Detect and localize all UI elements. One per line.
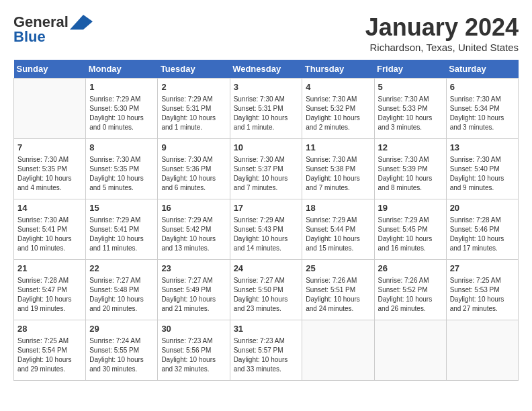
day-info: Sunrise: 7:26 AM Sunset: 5:51 PM Dayligh… bbox=[306, 276, 370, 314]
location: Richardson, Texas, United States bbox=[365, 42, 519, 53]
day-info: Sunrise: 7:29 AM Sunset: 5:43 PM Dayligh… bbox=[234, 216, 299, 253]
calendar-header-row: SundayMondayTuesdayWednesdayThursdayFrid… bbox=[14, 60, 519, 79]
calendar-cell: 21Sunrise: 7:28 AM Sunset: 5:47 PM Dayli… bbox=[14, 260, 86, 320]
weekday-header: Thursday bbox=[302, 60, 374, 79]
calendar-cell: 3Sunrise: 7:30 AM Sunset: 5:31 PM Daylig… bbox=[230, 79, 302, 139]
day-number: 12 bbox=[378, 142, 443, 154]
day-info: Sunrise: 7:30 AM Sunset: 5:41 PM Dayligh… bbox=[17, 216, 82, 253]
calendar-week-row: 14Sunrise: 7:30 AM Sunset: 5:41 PM Dayli… bbox=[14, 199, 519, 260]
calendar-body: 1Sunrise: 7:29 AM Sunset: 5:30 PM Daylig… bbox=[14, 79, 519, 381]
calendar-cell: 4Sunrise: 7:30 AM Sunset: 5:32 PM Daylig… bbox=[302, 79, 374, 139]
calendar-cell: 19Sunrise: 7:29 AM Sunset: 5:45 PM Dayli… bbox=[374, 199, 446, 260]
day-info: Sunrise: 7:29 AM Sunset: 5:45 PM Dayligh… bbox=[378, 216, 443, 253]
calendar-cell: 8Sunrise: 7:30 AM Sunset: 5:35 PM Daylig… bbox=[86, 139, 158, 199]
calendar-cell: 11Sunrise: 7:30 AM Sunset: 5:38 PM Dayli… bbox=[302, 139, 374, 199]
calendar-cell: 2Sunrise: 7:29 AM Sunset: 5:31 PM Daylig… bbox=[158, 79, 230, 139]
weekday-header: Saturday bbox=[446, 60, 518, 79]
day-number: 17 bbox=[234, 202, 299, 214]
logo-icon bbox=[70, 15, 93, 30]
logo: General Blue bbox=[13, 13, 93, 46]
logo-blue: Blue bbox=[13, 28, 46, 46]
calendar-cell: 15Sunrise: 7:29 AM Sunset: 5:41 PM Dayli… bbox=[86, 199, 158, 260]
day-number: 2 bbox=[161, 81, 226, 93]
calendar-cell: 26Sunrise: 7:26 AM Sunset: 5:52 PM Dayli… bbox=[374, 260, 446, 320]
weekday-header: Sunday bbox=[14, 60, 86, 79]
day-number: 6 bbox=[450, 81, 515, 93]
calendar-week-row: 21Sunrise: 7:28 AM Sunset: 5:47 PM Dayli… bbox=[14, 260, 519, 320]
calendar-week-row: 1Sunrise: 7:29 AM Sunset: 5:30 PM Daylig… bbox=[14, 79, 519, 139]
day-info: Sunrise: 7:25 AM Sunset: 5:53 PM Dayligh… bbox=[450, 276, 515, 314]
calendar-cell: 27Sunrise: 7:25 AM Sunset: 5:53 PM Dayli… bbox=[446, 260, 518, 320]
day-info: Sunrise: 7:30 AM Sunset: 5:38 PM Dayligh… bbox=[306, 155, 370, 193]
calendar-cell: 1Sunrise: 7:29 AM Sunset: 5:30 PM Daylig… bbox=[86, 79, 158, 139]
weekday-header: Wednesday bbox=[230, 60, 302, 79]
day-number: 21 bbox=[17, 263, 82, 275]
calendar-cell: 30Sunrise: 7:23 AM Sunset: 5:56 PM Dayli… bbox=[158, 320, 230, 381]
weekday-header: Tuesday bbox=[158, 60, 230, 79]
day-info: Sunrise: 7:30 AM Sunset: 5:35 PM Dayligh… bbox=[17, 155, 82, 193]
day-info: Sunrise: 7:29 AM Sunset: 5:30 PM Dayligh… bbox=[89, 95, 154, 132]
day-info: Sunrise: 7:28 AM Sunset: 5:46 PM Dayligh… bbox=[450, 216, 515, 253]
calendar-cell: 25Sunrise: 7:26 AM Sunset: 5:51 PM Dayli… bbox=[302, 260, 374, 320]
day-number: 26 bbox=[378, 263, 443, 275]
month-title: January 2024 bbox=[365, 13, 519, 42]
day-info: Sunrise: 7:23 AM Sunset: 5:56 PM Dayligh… bbox=[161, 336, 226, 374]
day-info: Sunrise: 7:27 AM Sunset: 5:48 PM Dayligh… bbox=[89, 276, 154, 314]
calendar-table: SundayMondayTuesdayWednesdayThursdayFrid… bbox=[13, 60, 519, 381]
day-number: 23 bbox=[161, 263, 226, 275]
day-number: 5 bbox=[378, 81, 443, 93]
day-number: 9 bbox=[161, 142, 226, 154]
calendar-cell: 6Sunrise: 7:30 AM Sunset: 5:34 PM Daylig… bbox=[446, 79, 518, 139]
day-info: Sunrise: 7:30 AM Sunset: 5:32 PM Dayligh… bbox=[306, 95, 370, 132]
day-number: 19 bbox=[378, 202, 443, 214]
day-number: 27 bbox=[450, 263, 515, 275]
calendar-cell: 16Sunrise: 7:29 AM Sunset: 5:42 PM Dayli… bbox=[158, 199, 230, 260]
day-info: Sunrise: 7:29 AM Sunset: 5:44 PM Dayligh… bbox=[306, 216, 370, 253]
day-info: Sunrise: 7:30 AM Sunset: 5:33 PM Dayligh… bbox=[378, 95, 443, 132]
day-number: 20 bbox=[450, 202, 515, 214]
day-number: 10 bbox=[234, 142, 299, 154]
calendar-week-row: 28Sunrise: 7:25 AM Sunset: 5:54 PM Dayli… bbox=[14, 320, 519, 381]
day-info: Sunrise: 7:30 AM Sunset: 5:39 PM Dayligh… bbox=[378, 155, 443, 193]
day-info: Sunrise: 7:28 AM Sunset: 5:47 PM Dayligh… bbox=[17, 276, 82, 314]
calendar-cell: 24Sunrise: 7:27 AM Sunset: 5:50 PM Dayli… bbox=[230, 260, 302, 320]
day-number: 30 bbox=[161, 323, 226, 335]
page-header: General Blue January 2024 Richardson, Te… bbox=[13, 13, 519, 53]
day-number: 1 bbox=[89, 81, 154, 93]
calendar-cell: 23Sunrise: 7:27 AM Sunset: 5:49 PM Dayli… bbox=[158, 260, 230, 320]
calendar-cell bbox=[302, 320, 374, 381]
day-number: 16 bbox=[161, 202, 226, 214]
title-block: January 2024 Richardson, Texas, United S… bbox=[365, 13, 519, 53]
day-info: Sunrise: 7:27 AM Sunset: 5:49 PM Dayligh… bbox=[161, 276, 226, 314]
calendar-cell bbox=[446, 320, 518, 381]
day-number: 13 bbox=[450, 142, 515, 154]
day-info: Sunrise: 7:30 AM Sunset: 5:37 PM Dayligh… bbox=[234, 155, 299, 193]
day-number: 25 bbox=[306, 263, 370, 275]
calendar-cell: 10Sunrise: 7:30 AM Sunset: 5:37 PM Dayli… bbox=[230, 139, 302, 199]
day-number: 18 bbox=[306, 202, 370, 214]
day-number: 8 bbox=[89, 142, 154, 154]
day-number: 7 bbox=[17, 142, 82, 154]
day-info: Sunrise: 7:23 AM Sunset: 5:57 PM Dayligh… bbox=[234, 336, 299, 374]
calendar-cell: 29Sunrise: 7:24 AM Sunset: 5:55 PM Dayli… bbox=[86, 320, 158, 381]
day-number: 4 bbox=[306, 81, 370, 93]
day-info: Sunrise: 7:26 AM Sunset: 5:52 PM Dayligh… bbox=[378, 276, 443, 314]
day-info: Sunrise: 7:30 AM Sunset: 5:36 PM Dayligh… bbox=[161, 155, 226, 193]
day-info: Sunrise: 7:30 AM Sunset: 5:34 PM Dayligh… bbox=[450, 95, 515, 132]
calendar-cell: 7Sunrise: 7:30 AM Sunset: 5:35 PM Daylig… bbox=[14, 139, 86, 199]
calendar-cell: 13Sunrise: 7:30 AM Sunset: 5:40 PM Dayli… bbox=[446, 139, 518, 199]
day-number: 31 bbox=[234, 323, 299, 335]
calendar-cell: 9Sunrise: 7:30 AM Sunset: 5:36 PM Daylig… bbox=[158, 139, 230, 199]
weekday-header: Monday bbox=[86, 60, 158, 79]
calendar-cell bbox=[374, 320, 446, 381]
day-info: Sunrise: 7:29 AM Sunset: 5:31 PM Dayligh… bbox=[161, 95, 226, 132]
day-info: Sunrise: 7:25 AM Sunset: 5:54 PM Dayligh… bbox=[17, 336, 82, 374]
weekday-header: Friday bbox=[374, 60, 446, 79]
calendar-cell: 5Sunrise: 7:30 AM Sunset: 5:33 PM Daylig… bbox=[374, 79, 446, 139]
day-info: Sunrise: 7:30 AM Sunset: 5:35 PM Dayligh… bbox=[89, 155, 154, 193]
day-number: 24 bbox=[234, 263, 299, 275]
calendar-cell: 31Sunrise: 7:23 AM Sunset: 5:57 PM Dayli… bbox=[230, 320, 302, 381]
day-number: 11 bbox=[306, 142, 370, 154]
day-info: Sunrise: 7:29 AM Sunset: 5:42 PM Dayligh… bbox=[161, 216, 226, 253]
day-info: Sunrise: 7:29 AM Sunset: 5:41 PM Dayligh… bbox=[89, 216, 154, 253]
